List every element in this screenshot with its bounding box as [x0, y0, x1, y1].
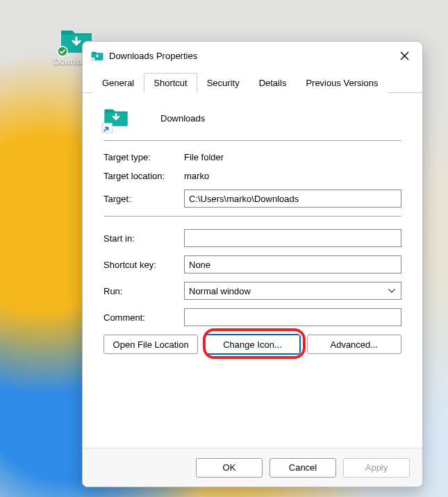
tab-previous-versions[interactable]: Previous Versions	[296, 73, 388, 93]
close-button[interactable]	[395, 46, 414, 65]
properties-dialog: Downloads Properties General Shortcut Se…	[82, 41, 423, 487]
start-in-label: Start in:	[103, 233, 184, 244]
comment-label: Comment:	[103, 312, 184, 323]
run-select[interactable]: Normal window	[184, 282, 401, 300]
separator	[103, 216, 401, 217]
target-type-label: Target type:	[103, 152, 184, 162]
shortcut-key-input[interactable]	[184, 255, 401, 273]
shortcut-name: Downloads	[160, 113, 205, 124]
ok-button[interactable]: OK	[196, 458, 263, 478]
window-title: Downloads Properties	[109, 51, 389, 61]
target-location-value: marko	[184, 171, 209, 181]
shortcut-key-label: Shortcut key:	[103, 260, 184, 270]
tab-content: Downloads Target type: File folder Targe…	[83, 93, 422, 448]
start-in-input[interactable]	[184, 229, 401, 247]
cancel-button[interactable]: Cancel	[269, 458, 336, 478]
comment-input[interactable]	[184, 308, 401, 326]
tab-strip: General Shortcut Security Details Previo…	[83, 72, 422, 93]
shortcut-icon	[103, 106, 128, 130]
advanced-button[interactable]: Advanced...	[307, 335, 401, 354]
titlebar: Downloads Properties	[83, 42, 422, 69]
tab-shortcut[interactable]: Shortcut	[144, 73, 197, 93]
target-location-label: Target location:	[103, 171, 184, 181]
tab-general[interactable]: General	[92, 73, 144, 93]
change-icon-button[interactable]: Change Icon...	[205, 335, 299, 354]
run-label: Run:	[103, 286, 184, 296]
close-icon	[400, 51, 409, 60]
tab-security[interactable]: Security	[197, 73, 249, 93]
open-file-location-button[interactable]: Open File Location	[103, 335, 198, 354]
target-label: Target:	[103, 194, 184, 204]
window-icon	[91, 49, 103, 62]
apply-button: Apply	[343, 458, 410, 478]
tab-details[interactable]: Details	[249, 73, 297, 93]
target-type-value: File folder	[184, 152, 224, 162]
dialog-footer: OK Cancel Apply	[83, 448, 422, 487]
target-input[interactable]	[184, 189, 401, 208]
svg-point-0	[58, 47, 67, 56]
